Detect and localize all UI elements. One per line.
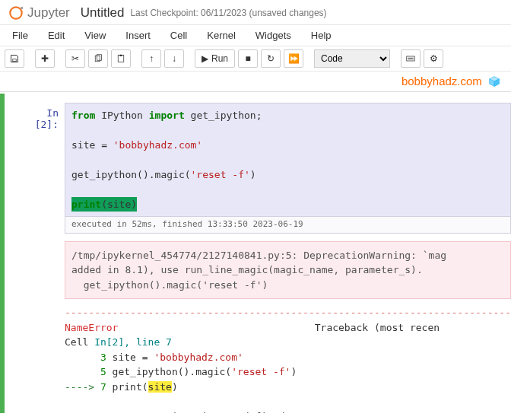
svg-point-0 [10,7,21,18]
checkpoint-text: Last Checkpoint: 06/11/2023 (unsaved cha… [130,8,326,18]
menu-help[interactable]: Help [311,30,332,41]
restart-icon: ↻ [267,53,275,64]
cell-type-select[interactable]: Code [314,49,390,68]
brand-strip: bobbyhadz.com [0,72,511,92]
menu-kernel[interactable]: Kernel [207,30,236,41]
execution-info: executed in 52ms, finished 13:33:50 2023… [65,217,511,234]
svg-rect-6 [120,55,122,56]
copy-button[interactable] [88,49,108,68]
run-label: Run [211,53,228,64]
save-button[interactable] [5,49,24,68]
jupyter-logo[interactable]: Jupyter [8,5,70,21]
notebook-title[interactable]: Untitled [81,5,125,21]
menubar: File Edit View Insert Cell Kernel Widget… [0,25,511,46]
command-palette-button[interactable] [401,49,421,68]
save-icon [10,54,19,63]
plus-icon: ✚ [41,53,49,64]
logo-text: Jupyter [27,5,70,21]
interrupt-button[interactable]: ■ [238,49,258,68]
move-down-button[interactable]: ↓ [164,49,184,68]
menu-view[interactable]: View [84,30,106,41]
run-button[interactable]: ▶Run [195,49,235,68]
copy-icon [94,54,103,63]
cube-icon [488,75,500,90]
cut-button[interactable]: ✂ [65,49,85,68]
arrow-up-icon: ↑ [149,53,154,64]
restart-run-all-button[interactable]: ⏩ [284,49,303,68]
menu-edit[interactable]: Edit [48,30,65,41]
menu-widgets[interactable]: Widgets [256,30,291,41]
arrow-down-icon: ↓ [172,53,176,64]
input-prompt: In [2]: [20,103,65,413]
restart-button[interactable]: ↻ [261,49,281,68]
add-cell-button[interactable]: ✚ [35,49,55,68]
svg-point-1 [21,7,23,9]
stop-icon: ■ [245,53,250,64]
svg-rect-2 [13,59,17,62]
header-bar: Jupyter Untitled Last Checkpoint: 06/11/… [0,0,511,25]
traceback-output: ----------------------------------------… [65,299,511,413]
code-cell[interactable]: In [2]: from IPython import get_ipython;… [5,103,511,413]
settings-button[interactable]: ⚙ [424,49,443,68]
play-icon: ▶ [202,53,208,64]
svg-rect-7 [407,56,415,61]
menu-insert[interactable]: Insert [125,30,151,41]
toolbar: ✚ ✂ ↑ ↓ ▶Run ■ ↻ ⏩ Code ⚙ [0,46,511,72]
deprecation-warning: /tmp/ipykernel_454774/2127140841.py:5: D… [65,241,511,300]
cog-icon: ⚙ [430,53,438,64]
cell-content: from IPython import get_ipython; site = … [65,103,511,413]
move-up-button[interactable]: ↑ [141,49,161,68]
keyboard-icon [406,54,415,63]
paste-icon [116,54,125,63]
fast-forward-icon: ⏩ [288,53,300,64]
paste-button[interactable] [111,49,131,68]
menu-cell[interactable]: Cell [170,30,187,41]
code-editor[interactable]: from IPython import get_ipython; site = … [65,103,511,218]
jupyter-icon [8,5,24,21]
menu-file[interactable]: File [12,30,28,41]
scissors-icon: ✂ [71,53,79,64]
brand-text: bobbyhadz.com [402,75,482,88]
notebook-area: In [2]: from IPython import get_ipython;… [0,94,511,413]
